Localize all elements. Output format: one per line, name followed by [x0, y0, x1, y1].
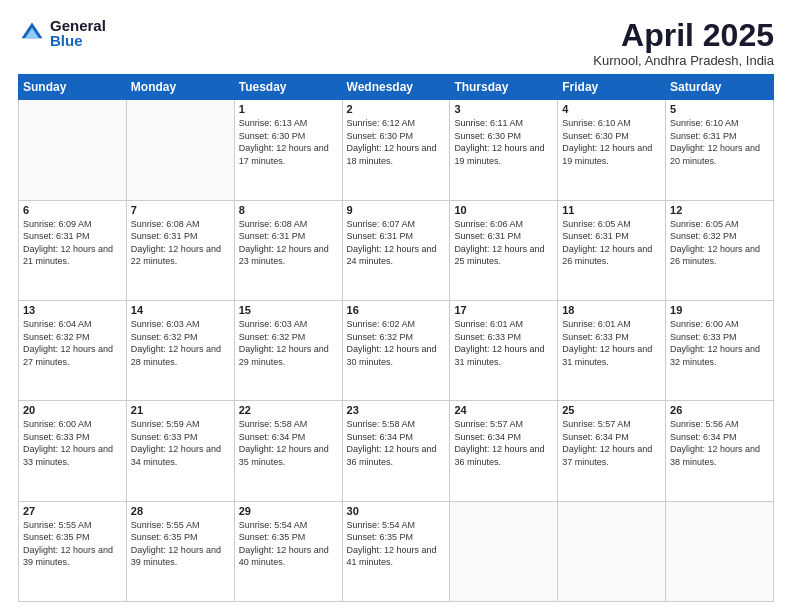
- day-number: 1: [239, 103, 338, 115]
- calendar-cell: 8Sunrise: 6:08 AMSunset: 6:31 PMDaylight…: [234, 200, 342, 300]
- day-number: 2: [347, 103, 446, 115]
- calendar-cell: 20Sunrise: 6:00 AMSunset: 6:33 PMDayligh…: [19, 401, 127, 501]
- day-info: Sunrise: 6:09 AMSunset: 6:31 PMDaylight:…: [23, 218, 122, 268]
- calendar-cell: [666, 501, 774, 601]
- day-number: 23: [347, 404, 446, 416]
- calendar-cell: [450, 501, 558, 601]
- day-info: Sunrise: 6:10 AMSunset: 6:30 PMDaylight:…: [562, 117, 661, 167]
- day-number: 28: [131, 505, 230, 517]
- day-info: Sunrise: 6:02 AMSunset: 6:32 PMDaylight:…: [347, 318, 446, 368]
- calendar-cell: 1Sunrise: 6:13 AMSunset: 6:30 PMDaylight…: [234, 100, 342, 200]
- month-title: April 2025: [593, 18, 774, 53]
- week-row: 20Sunrise: 6:00 AMSunset: 6:33 PMDayligh…: [19, 401, 774, 501]
- calendar-cell: 30Sunrise: 5:54 AMSunset: 6:35 PMDayligh…: [342, 501, 450, 601]
- calendar-cell: 2Sunrise: 6:12 AMSunset: 6:30 PMDaylight…: [342, 100, 450, 200]
- day-info: Sunrise: 6:01 AMSunset: 6:33 PMDaylight:…: [562, 318, 661, 368]
- day-info: Sunrise: 5:54 AMSunset: 6:35 PMDaylight:…: [347, 519, 446, 569]
- logo-text: General Blue: [50, 18, 106, 48]
- calendar-table: SundayMondayTuesdayWednesdayThursdayFrid…: [18, 74, 774, 602]
- calendar-cell: 18Sunrise: 6:01 AMSunset: 6:33 PMDayligh…: [558, 300, 666, 400]
- day-info: Sunrise: 6:00 AMSunset: 6:33 PMDaylight:…: [23, 418, 122, 468]
- day-number: 5: [670, 103, 769, 115]
- day-number: 27: [23, 505, 122, 517]
- calendar-cell: 5Sunrise: 6:10 AMSunset: 6:31 PMDaylight…: [666, 100, 774, 200]
- day-number: 11: [562, 204, 661, 216]
- day-info: Sunrise: 5:54 AMSunset: 6:35 PMDaylight:…: [239, 519, 338, 569]
- day-info: Sunrise: 5:58 AMSunset: 6:34 PMDaylight:…: [239, 418, 338, 468]
- day-number: 24: [454, 404, 553, 416]
- day-number: 3: [454, 103, 553, 115]
- calendar-cell: 6Sunrise: 6:09 AMSunset: 6:31 PMDaylight…: [19, 200, 127, 300]
- day-info: Sunrise: 6:04 AMSunset: 6:32 PMDaylight:…: [23, 318, 122, 368]
- calendar-cell: 10Sunrise: 6:06 AMSunset: 6:31 PMDayligh…: [450, 200, 558, 300]
- week-row: 1Sunrise: 6:13 AMSunset: 6:30 PMDaylight…: [19, 100, 774, 200]
- day-number: 30: [347, 505, 446, 517]
- day-of-week-header: Tuesday: [234, 75, 342, 100]
- calendar-cell: [19, 100, 127, 200]
- calendar-cell: 25Sunrise: 5:57 AMSunset: 6:34 PMDayligh…: [558, 401, 666, 501]
- day-info: Sunrise: 5:55 AMSunset: 6:35 PMDaylight:…: [23, 519, 122, 569]
- calendar-cell: 11Sunrise: 6:05 AMSunset: 6:31 PMDayligh…: [558, 200, 666, 300]
- day-number: 26: [670, 404, 769, 416]
- day-of-week-header: Saturday: [666, 75, 774, 100]
- day-info: Sunrise: 5:57 AMSunset: 6:34 PMDaylight:…: [562, 418, 661, 468]
- calendar-cell: 14Sunrise: 6:03 AMSunset: 6:32 PMDayligh…: [126, 300, 234, 400]
- calendar-cell: 13Sunrise: 6:04 AMSunset: 6:32 PMDayligh…: [19, 300, 127, 400]
- calendar-cell: 21Sunrise: 5:59 AMSunset: 6:33 PMDayligh…: [126, 401, 234, 501]
- day-number: 15: [239, 304, 338, 316]
- calendar-cell: 17Sunrise: 6:01 AMSunset: 6:33 PMDayligh…: [450, 300, 558, 400]
- day-of-week-header: Monday: [126, 75, 234, 100]
- day-number: 22: [239, 404, 338, 416]
- calendar-body: 1Sunrise: 6:13 AMSunset: 6:30 PMDaylight…: [19, 100, 774, 602]
- day-number: 14: [131, 304, 230, 316]
- day-number: 9: [347, 204, 446, 216]
- calendar-cell: 15Sunrise: 6:03 AMSunset: 6:32 PMDayligh…: [234, 300, 342, 400]
- day-info: Sunrise: 6:03 AMSunset: 6:32 PMDaylight:…: [239, 318, 338, 368]
- calendar-cell: 4Sunrise: 6:10 AMSunset: 6:30 PMDaylight…: [558, 100, 666, 200]
- day-number: 17: [454, 304, 553, 316]
- week-row: 27Sunrise: 5:55 AMSunset: 6:35 PMDayligh…: [19, 501, 774, 601]
- day-number: 21: [131, 404, 230, 416]
- day-info: Sunrise: 5:55 AMSunset: 6:35 PMDaylight:…: [131, 519, 230, 569]
- day-number: 16: [347, 304, 446, 316]
- day-number: 6: [23, 204, 122, 216]
- calendar-cell: 9Sunrise: 6:07 AMSunset: 6:31 PMDaylight…: [342, 200, 450, 300]
- day-info: Sunrise: 6:05 AMSunset: 6:31 PMDaylight:…: [562, 218, 661, 268]
- day-info: Sunrise: 6:13 AMSunset: 6:30 PMDaylight:…: [239, 117, 338, 167]
- day-info: Sunrise: 6:08 AMSunset: 6:31 PMDaylight:…: [131, 218, 230, 268]
- day-info: Sunrise: 6:00 AMSunset: 6:33 PMDaylight:…: [670, 318, 769, 368]
- week-row: 6Sunrise: 6:09 AMSunset: 6:31 PMDaylight…: [19, 200, 774, 300]
- logo-blue-text: Blue: [50, 33, 106, 48]
- calendar-cell: [558, 501, 666, 601]
- logo-icon: [18, 19, 46, 47]
- day-info: Sunrise: 6:10 AMSunset: 6:31 PMDaylight:…: [670, 117, 769, 167]
- day-info: Sunrise: 5:57 AMSunset: 6:34 PMDaylight:…: [454, 418, 553, 468]
- week-row: 13Sunrise: 6:04 AMSunset: 6:32 PMDayligh…: [19, 300, 774, 400]
- day-info: Sunrise: 5:58 AMSunset: 6:34 PMDaylight:…: [347, 418, 446, 468]
- day-info: Sunrise: 6:07 AMSunset: 6:31 PMDaylight:…: [347, 218, 446, 268]
- calendar-cell: 26Sunrise: 5:56 AMSunset: 6:34 PMDayligh…: [666, 401, 774, 501]
- calendar-cell: 3Sunrise: 6:11 AMSunset: 6:30 PMDaylight…: [450, 100, 558, 200]
- day-number: 8: [239, 204, 338, 216]
- calendar-header: SundayMondayTuesdayWednesdayThursdayFrid…: [19, 75, 774, 100]
- day-number: 29: [239, 505, 338, 517]
- calendar-cell: [126, 100, 234, 200]
- calendar-cell: 12Sunrise: 6:05 AMSunset: 6:32 PMDayligh…: [666, 200, 774, 300]
- page: General Blue April 2025 Kurnool, Andhra …: [0, 0, 792, 612]
- day-info: Sunrise: 6:05 AMSunset: 6:32 PMDaylight:…: [670, 218, 769, 268]
- day-number: 7: [131, 204, 230, 216]
- day-of-week-header: Wednesday: [342, 75, 450, 100]
- day-info: Sunrise: 6:01 AMSunset: 6:33 PMDaylight:…: [454, 318, 553, 368]
- calendar-cell: 24Sunrise: 5:57 AMSunset: 6:34 PMDayligh…: [450, 401, 558, 501]
- day-info: Sunrise: 6:11 AMSunset: 6:30 PMDaylight:…: [454, 117, 553, 167]
- day-number: 19: [670, 304, 769, 316]
- day-info: Sunrise: 6:06 AMSunset: 6:31 PMDaylight:…: [454, 218, 553, 268]
- location: Kurnool, Andhra Pradesh, India: [593, 53, 774, 68]
- title-area: April 2025 Kurnool, Andhra Pradesh, Indi…: [593, 18, 774, 68]
- calendar-cell: 22Sunrise: 5:58 AMSunset: 6:34 PMDayligh…: [234, 401, 342, 501]
- day-of-week-header: Thursday: [450, 75, 558, 100]
- day-info: Sunrise: 6:03 AMSunset: 6:32 PMDaylight:…: [131, 318, 230, 368]
- day-info: Sunrise: 5:56 AMSunset: 6:34 PMDaylight:…: [670, 418, 769, 468]
- calendar-cell: 29Sunrise: 5:54 AMSunset: 6:35 PMDayligh…: [234, 501, 342, 601]
- day-number: 25: [562, 404, 661, 416]
